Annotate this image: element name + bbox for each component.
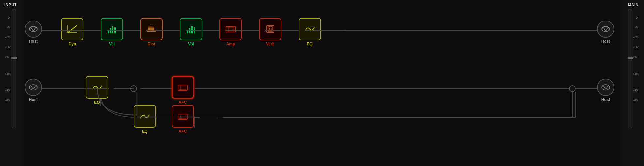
amp-label: Amp xyxy=(226,42,235,46)
svg-rect-23 xyxy=(191,26,193,33)
verb-icon xyxy=(264,23,276,35)
plugin-box-eq2[interactable] xyxy=(86,76,108,99)
svg-point-34 xyxy=(29,85,37,90)
svg-line-14 xyxy=(68,25,77,33)
plugin-atc2[interactable]: A+C xyxy=(172,105,194,134)
vu-handle-left[interactable] xyxy=(11,57,17,59)
host-label-right-mid: Host xyxy=(601,97,610,102)
plugin-vol1[interactable]: Vol xyxy=(101,18,123,46)
plugin-eq-chain1[interactable]: EQ xyxy=(299,18,321,46)
split-circle xyxy=(130,85,137,92)
host-circle[interactable] xyxy=(25,21,42,38)
dyn-label: Dyn xyxy=(69,42,76,46)
host-circle-mid[interactable] xyxy=(25,79,42,96)
plugin-vol2[interactable]: Vol xyxy=(180,18,202,46)
svg-rect-22 xyxy=(189,28,190,33)
svg-rect-18 xyxy=(110,28,111,33)
vol2-label: Vol xyxy=(188,42,194,46)
plugin-box-dist[interactable] xyxy=(140,18,163,40)
dyn-icon xyxy=(66,23,79,35)
atc2-label: A+C xyxy=(179,129,187,134)
dist-icon xyxy=(145,23,158,35)
atc1-label: A+C xyxy=(179,100,187,104)
host-label: Host xyxy=(29,39,38,44)
plugin-atc1[interactable]: A+C xyxy=(172,76,194,104)
verb-label: Verb xyxy=(266,42,274,46)
svg-rect-25 xyxy=(226,27,235,32)
svg-point-13 xyxy=(29,26,37,32)
plugin-box-vol2[interactable] xyxy=(180,18,202,40)
plugin-box-vol1[interactable] xyxy=(101,18,123,40)
svg-rect-17 xyxy=(108,30,109,33)
vu-meter-right: MAIN 0 -6 -12 -18 -24 -36 -48 -60 xyxy=(623,0,644,166)
merge-circle xyxy=(569,85,576,92)
signal-area: Host Dyn Vol xyxy=(21,0,623,166)
plugin-box-amp[interactable] xyxy=(219,18,242,40)
vol1-label: Vol xyxy=(109,42,115,46)
svg-rect-20 xyxy=(114,27,116,33)
atc-icon-1 xyxy=(177,81,189,94)
plugin-dyn[interactable]: Dyn xyxy=(61,18,83,46)
vol-icon-2 xyxy=(185,23,197,35)
vu-scale-left: 0 -6 -12 -18 -24 -36 -48 -60 xyxy=(5,9,11,128)
atc-icon-2 xyxy=(177,110,189,123)
eq-icon-1 xyxy=(304,23,316,35)
vu-bar-right xyxy=(628,9,632,128)
input-label: INPUT xyxy=(4,3,17,7)
eq-icon-2 xyxy=(91,81,103,94)
host-label-mid: Host xyxy=(29,97,38,102)
host-circle-right-mid[interactable] xyxy=(597,79,614,96)
plugin-box-atc1[interactable] xyxy=(172,76,194,99)
main-container: INPUT 0 -6 -12 -18 -24 -36 -48 -60 xyxy=(0,0,644,166)
svg-rect-41 xyxy=(178,114,187,119)
waveform-icon-right xyxy=(599,23,612,35)
svg-point-32 xyxy=(269,28,271,30)
svg-rect-21 xyxy=(187,30,188,33)
plugin-box-verb[interactable] xyxy=(259,18,281,40)
waveform-icon-mid xyxy=(27,81,40,94)
main-label: MAIN xyxy=(628,3,639,7)
plugin-box-dyn[interactable] xyxy=(61,18,83,40)
vu-scale-right: 0 -6 -12 -18 -24 -36 -48 -60 xyxy=(633,9,639,128)
svg-rect-24 xyxy=(194,27,195,33)
plugin-dist[interactable]: Dist xyxy=(140,18,163,46)
host-circle-right[interactable] xyxy=(597,21,614,38)
eq-icon-3 xyxy=(139,110,151,123)
svg-point-33 xyxy=(602,26,610,32)
waveform-icon-right-mid xyxy=(599,81,612,94)
plugin-amp[interactable]: Amp xyxy=(219,18,242,46)
eq3-label: EQ xyxy=(142,129,147,134)
eq1-label: EQ xyxy=(307,42,312,46)
vu-handle-right[interactable] xyxy=(628,57,633,59)
svg-rect-19 xyxy=(112,26,113,33)
vol-icon-1 xyxy=(106,23,118,35)
dist-label: Dist xyxy=(148,42,155,46)
waveform-icon xyxy=(27,23,40,35)
svg-point-40 xyxy=(602,85,610,90)
plugin-eq-chain2[interactable]: EQ xyxy=(86,76,108,104)
host-label-right-top: Host xyxy=(601,39,610,44)
plugin-box-atc2[interactable] xyxy=(172,105,194,128)
eq2-label: EQ xyxy=(94,100,100,104)
host-node-left-top[interactable]: Host xyxy=(25,21,42,44)
host-node-right-mid[interactable]: Host xyxy=(597,79,614,102)
plugin-verb[interactable]: Verb xyxy=(259,18,281,46)
amp-icon xyxy=(224,23,237,35)
plugin-eq-chain3[interactable]: EQ xyxy=(134,105,156,134)
plugin-box-eq1[interactable] xyxy=(299,18,321,40)
plugin-box-eq3[interactable] xyxy=(134,105,156,128)
svg-rect-35 xyxy=(178,85,187,90)
svg-rect-31 xyxy=(268,27,273,31)
host-node-right-top[interactable]: Host xyxy=(597,21,614,44)
vu-bar-left xyxy=(12,9,16,128)
vu-meter-left: INPUT 0 -6 -12 -18 -24 -36 -48 -60 xyxy=(0,0,21,166)
host-node-left-mid[interactable]: Host xyxy=(25,79,42,102)
